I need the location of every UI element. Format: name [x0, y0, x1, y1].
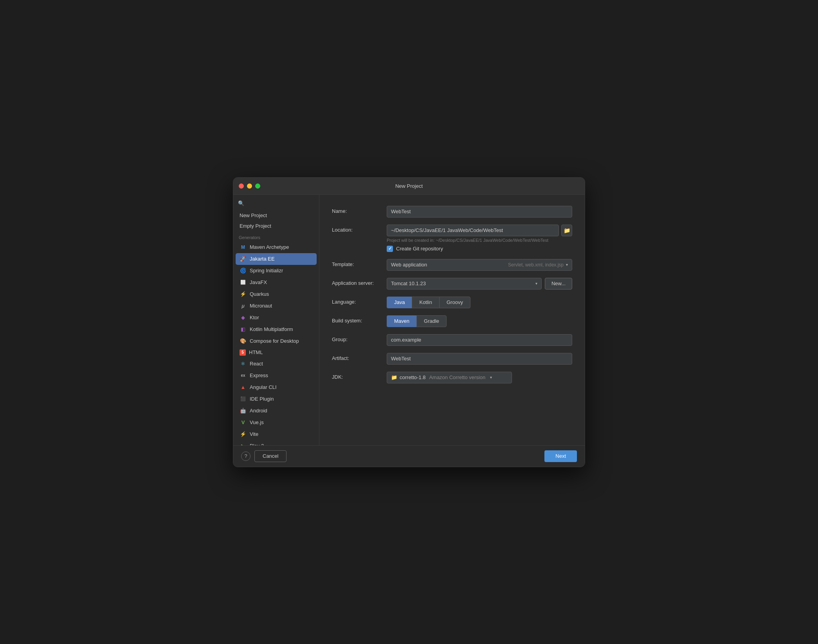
generators-label: Generators: [233, 231, 319, 241]
build-system-label: Build system:: [332, 315, 387, 324]
main-content: Name: Location: 📁 Project will be create…: [319, 195, 585, 445]
template-label: Template:: [332, 259, 387, 267]
compose-icon: 🎨: [240, 338, 247, 345]
sidebar-item-play2[interactable]: ▶ Play 2: [236, 440, 317, 445]
language-kotlin-button[interactable]: Kotlin: [412, 297, 439, 308]
sidebar-item-javafx[interactable]: ⬜ JavaFX: [236, 277, 317, 288]
sidebar-item-express[interactable]: ex Express: [236, 370, 317, 381]
sidebar-item-react[interactable]: ⚛ React: [236, 358, 317, 370]
sidebar-item-kotlin-multiplatform[interactable]: ◧ Kotlin Multiplatform: [236, 324, 317, 335]
build-system-toggle-group: Maven Gradle: [387, 315, 572, 327]
jdk-dropdown-arrow: ▾: [490, 375, 492, 380]
language-toggle-group: Java Kotlin Groovy: [387, 297, 572, 308]
sidebar-item-empty-project[interactable]: Empty Project: [236, 221, 317, 231]
new-server-button[interactable]: New...: [545, 278, 572, 290]
new-project-window: New Project 🔍 New Project Empty Project …: [233, 177, 585, 467]
html-icon: 5: [240, 349, 246, 356]
minimize-button[interactable]: [247, 183, 252, 189]
sidebar-item-quarkus[interactable]: ⚡ Quarkus: [236, 288, 317, 300]
artifact-input[interactable]: [387, 353, 572, 365]
app-server-control: Tomcat 10.1.23 ▾ New...: [387, 278, 572, 290]
javafx-icon: ⬜: [240, 279, 247, 286]
sidebar-item-android[interactable]: 🤖 Android: [236, 405, 317, 417]
artifact-label: Artifact:: [332, 353, 387, 361]
template-hint: Servlet, web.xml, index.jsp: [508, 262, 564, 268]
location-hint: Project will be created in: ~/Desktop/CS…: [387, 238, 572, 243]
cancel-button[interactable]: Cancel: [254, 450, 286, 462]
language-row: Language: Java Kotlin Groovy: [332, 297, 572, 308]
build-gradle-button[interactable]: Gradle: [416, 315, 447, 327]
sidebar-item-maven-archetype[interactable]: M Maven Archetype: [236, 241, 317, 253]
group-control: [387, 334, 572, 346]
location-row: Location: 📁 Project will be created in: …: [332, 225, 572, 252]
window-title: New Project: [395, 183, 423, 189]
create-git-row: Create Git repository: [387, 246, 572, 252]
sidebar: 🔍 New Project Empty Project Generators M…: [233, 195, 319, 445]
jdk-version: corretto-1.8: [400, 374, 425, 380]
app-server-value: Tomcat 10.1.23: [391, 281, 426, 286]
group-input[interactable]: [387, 334, 572, 346]
sidebar-item-vuejs[interactable]: V Vue.js: [236, 417, 317, 428]
sidebar-item-jakarta-ee[interactable]: 🚀 Jakarta EE: [236, 253, 317, 265]
sidebar-item-ktor[interactable]: ◆ Ktor: [236, 312, 317, 324]
sidebar-item-html[interactable]: 5 HTML: [236, 347, 317, 358]
build-maven-button[interactable]: Maven: [387, 315, 416, 327]
micronaut-icon: μ: [240, 302, 247, 309]
folder-button[interactable]: 📁: [561, 225, 572, 236]
quarkus-icon: ⚡: [240, 291, 247, 298]
template-select[interactable]: Web application Servlet, web.xml, index.…: [387, 259, 572, 271]
sidebar-item-spring-initializr[interactable]: 🌀 Spring Initializr: [236, 265, 317, 277]
next-button[interactable]: Next: [544, 450, 577, 462]
app-server-input-row: Tomcat 10.1.23 ▾ New...: [387, 278, 572, 290]
sidebar-item-angular[interactable]: ▲ Angular CLI: [236, 381, 317, 393]
artifact-row: Artifact:: [332, 353, 572, 365]
app-server-dropdown-arrow: ▾: [535, 281, 537, 286]
language-control: Java Kotlin Groovy: [387, 297, 572, 308]
vuejs-icon: V: [240, 419, 247, 426]
location-input[interactable]: [387, 225, 559, 236]
artifact-control: [387, 353, 572, 365]
group-label: Group:: [332, 334, 387, 342]
app-server-row: Application server: Tomcat 10.1.23 ▾ New…: [332, 278, 572, 290]
sidebar-item-vite[interactable]: ⚡ Vite: [236, 428, 317, 440]
footer: ? Cancel Next: [233, 445, 585, 467]
create-git-checkbox[interactable]: [387, 246, 393, 252]
ktor-icon: ◆: [240, 314, 247, 321]
template-select-inner: Web application Servlet, web.xml, index.…: [391, 262, 568, 268]
sidebar-item-compose[interactable]: 🎨 Compose for Desktop: [236, 335, 317, 347]
close-button[interactable]: [239, 183, 244, 189]
location-input-row: 📁: [387, 225, 572, 236]
jdk-control: 📁 corretto-1.8 Amazon Corretto version ▾: [387, 372, 572, 383]
create-git-label: Create Git repository: [396, 246, 443, 252]
jdk-select[interactable]: 📁 corretto-1.8 Amazon Corretto version ▾: [387, 372, 512, 383]
help-button[interactable]: ?: [241, 452, 250, 461]
name-row: Name:: [332, 206, 572, 218]
sidebar-item-new-project[interactable]: New Project: [236, 210, 317, 221]
play2-icon: ▶: [240, 443, 247, 445]
location-control: 📁 Project will be created in: ~/Desktop/…: [387, 225, 572, 252]
app-server-label: Application server:: [332, 278, 387, 286]
sidebar-item-ide-plugin[interactable]: ⬛ IDE Plugin: [236, 393, 317, 405]
language-java-button[interactable]: Java: [387, 297, 412, 308]
location-label: Location:: [332, 225, 387, 233]
template-control: Web application Servlet, web.xml, index.…: [387, 259, 572, 271]
maximize-button[interactable]: [255, 183, 260, 189]
footer-left: ? Cancel: [241, 450, 286, 462]
express-icon: ex: [240, 372, 247, 379]
name-input[interactable]: [387, 206, 572, 218]
app-server-select[interactable]: Tomcat 10.1.23 ▾: [387, 278, 542, 290]
sidebar-item-micronaut[interactable]: μ Micronaut: [236, 300, 317, 312]
jdk-desc: Amazon Corretto version: [428, 374, 485, 380]
build-system-row: Build system: Maven Gradle: [332, 315, 572, 327]
search-bar[interactable]: 🔍: [233, 198, 319, 210]
language-groovy-button[interactable]: Groovy: [439, 297, 470, 308]
sidebar-generators-list: M Maven Archetype 🚀 Jakarta EE 🌀 Spring …: [233, 241, 319, 445]
kotlin-multiplatform-icon: ◧: [240, 326, 247, 333]
jdk-row: JDK: 📁 corretto-1.8 Amazon Corretto vers…: [332, 372, 572, 383]
template-row: Template: Web application Servlet, web.x…: [332, 259, 572, 271]
angular-icon: ▲: [240, 384, 247, 391]
content-area: 🔍 New Project Empty Project Generators M…: [233, 195, 585, 445]
template-value: Web application: [391, 262, 508, 268]
name-label: Name:: [332, 206, 387, 214]
sidebar-top-items: New Project Empty Project: [233, 210, 319, 231]
